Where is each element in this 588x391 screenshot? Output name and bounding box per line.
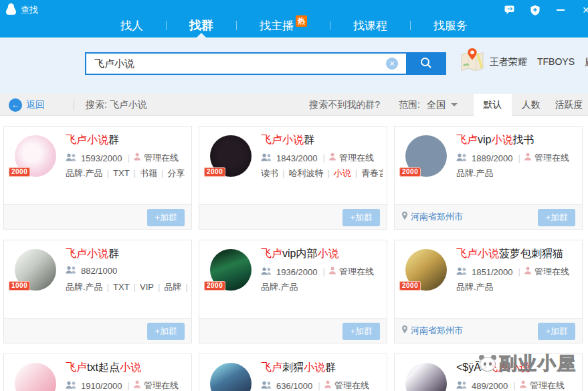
group-title: <$ÿÃ>飞卢小说 (456, 361, 530, 375)
join-button[interactable]: +加群 (342, 323, 380, 340)
tab-find-people[interactable]: 找人 (98, 13, 166, 37)
capacity-badge: 2000 (399, 281, 421, 291)
back-arrow-icon: ← (9, 98, 22, 112)
admin-status: | 管理在线 (321, 152, 374, 164)
card-footer: +加群 (199, 318, 387, 343)
capacity-badge: 1000 (9, 281, 30, 291)
hot-keyword[interactable]: TFBOYS (537, 56, 575, 68)
card-footer: +加群 (4, 318, 191, 343)
magnifier-icon (419, 56, 433, 72)
admin-label: 管理在线 (534, 153, 569, 163)
clear-search-icon[interactable]: ✕ (386, 58, 398, 70)
join-button[interactable]: +加群 (147, 209, 185, 226)
admin-icon (133, 380, 144, 390)
group-card[interactable]: 飞卢txt起点小说 1910/2000 | 管理在线 +加群 (3, 354, 192, 391)
admin-status: | 管理在线 (126, 380, 179, 391)
group-location: 河南省郑州市 (401, 211, 463, 223)
divider: | (513, 380, 515, 390)
admin-icon (133, 153, 144, 163)
hot-keyword[interactable]: 鹿晗 (585, 56, 588, 68)
group-info-row: 489/2000 | 管理在线 (456, 380, 565, 391)
admin-label: 管理在线 (339, 153, 374, 163)
join-button[interactable]: +加群 (538, 209, 575, 226)
member-count: 489/2000 (472, 381, 508, 391)
scope-value: 全国 (427, 99, 446, 111)
member-count: 636/1000 (276, 381, 312, 391)
admin-icon (524, 266, 534, 277)
cant-find-link[interactable]: 搜索不到我的群? (309, 99, 380, 111)
admin-status: | 管理在线 (512, 380, 565, 391)
group-tags: 品牌.产品 (456, 167, 494, 179)
admin-status: | 管理在线 (126, 152, 179, 164)
tab-find-groups[interactable]: 找群 (167, 13, 236, 37)
admin-status: | 管理在线 (321, 266, 374, 278)
search-term-label: 搜索: 飞卢小说 (86, 94, 147, 116)
sort-tab-default[interactable]: 默认 (474, 94, 512, 116)
search-box: ✕ (85, 52, 446, 75)
members-icon (261, 381, 272, 391)
group-info-row: 1851/2000 | 管理在线 (456, 266, 569, 278)
members-icon (261, 267, 272, 277)
join-button[interactable]: +加群 (342, 209, 380, 226)
hot-keyword[interactable]: 王者荣耀 (490, 56, 527, 68)
sort-tab-members[interactable]: 人数 (512, 94, 550, 116)
members-icon (66, 266, 77, 276)
search-input[interactable] (85, 52, 406, 75)
group-location: 河南省郑州市 (401, 325, 463, 337)
capacity-badge: 2000 (9, 167, 30, 177)
member-count: 882/1000 (81, 266, 117, 276)
card-footer: +加群 (199, 204, 387, 229)
divider: | (322, 153, 324, 163)
tab-find-courses[interactable]: 找课程 (330, 13, 410, 37)
group-info-row: 1889/2000 | 管理在线 (456, 152, 569, 164)
sort-tab-activity[interactable]: 活跃度 (550, 94, 588, 116)
tab-find-services[interactable]: 找服务 (411, 13, 490, 37)
join-button[interactable]: +加群 (147, 323, 185, 340)
results-grid: 2000 飞卢小说群 1593/2000 | 管理在线 品牌.产品|TXT|书籍… (0, 116, 588, 391)
members-icon (66, 381, 77, 391)
group-card[interactable]: 2000 飞卢小说群 1843/2000 | 管理在线 读书|哈利波特|小说|青… (199, 126, 387, 230)
admin-icon (328, 266, 339, 277)
member-count: 1910/2000 (81, 381, 122, 391)
admin-label: 管理在线 (530, 380, 565, 390)
members-icon (456, 153, 468, 163)
admin-label: 管理在线 (339, 266, 374, 277)
group-card[interactable]: 2000 飞卢小说群 1593/2000 | 管理在线 品牌.产品|TXT|书籍… (3, 126, 192, 230)
back-label: 返回 (26, 99, 45, 111)
capacity-badge: 2000 (204, 281, 225, 291)
group-card[interactable]: 1000 飞卢小说群 882/1000 品牌.产品|TXT|VIP|品牌|小..… (3, 240, 192, 343)
group-card[interactable]: 2000 飞卢vip小说找书 1889/2000 | 管理在线 品牌.产品 河南… (394, 126, 583, 230)
group-tags: 品牌.产品 (456, 281, 494, 293)
location-label: 河南省郑州市 (411, 211, 463, 223)
admin-label: 管理在线 (534, 266, 569, 277)
group-info-row: 1843/2000 | 管理在线 (261, 152, 374, 164)
group-card[interactable]: <$ÿÃ>飞卢小说 489/2000 | 管理在线 +加群 (394, 354, 583, 391)
card-footer: +加群 (4, 204, 191, 229)
group-info-row: 1910/2000 | 管理在线 (66, 380, 179, 391)
admin-status: | 管理在线 (516, 266, 569, 278)
join-button[interactable]: +加群 (538, 323, 575, 340)
admin-status: | 管理在线 (316, 380, 369, 391)
location-pin-icon (401, 212, 408, 222)
group-info-row: 636/1000 | 管理在线 (261, 380, 369, 391)
group-avatar (405, 363, 447, 391)
scope-dropdown[interactable]: 全国 (427, 99, 458, 111)
divider (74, 99, 74, 110)
caret-down-icon (451, 103, 458, 110)
group-card[interactable]: 2000 飞卢vip内部小说 1936/2000 | 管理在线 品牌.产品 +加… (199, 240, 387, 343)
members-icon (456, 267, 468, 277)
group-card[interactable]: 飞卢刺猬小说群 636/1000 | 管理在线 +加群 (199, 354, 387, 391)
card-footer: 河南省郑州市 +加群 (395, 204, 582, 229)
nearby-map-icon[interactable] (459, 46, 486, 74)
search-button[interactable] (406, 52, 446, 75)
back-button[interactable]: ← 返回 (9, 94, 45, 116)
group-tags: 读书|哈利波特|小说|青春言情 (261, 167, 383, 179)
admin-label: 管理在线 (144, 153, 179, 163)
tab-find-streamers[interactable]: 找主播热 (237, 13, 330, 37)
group-info-row: 882/1000 (66, 266, 117, 276)
member-count: 1851/2000 (472, 267, 512, 277)
group-card[interactable]: 2000 飞卢小说菠萝包刺猬猫 1851/2000 | 管理在线 品牌.产品 河… (394, 240, 583, 343)
group-info-row: 1593/2000 | 管理在线 (66, 152, 179, 164)
admin-icon (519, 380, 530, 390)
divider: | (518, 153, 520, 163)
